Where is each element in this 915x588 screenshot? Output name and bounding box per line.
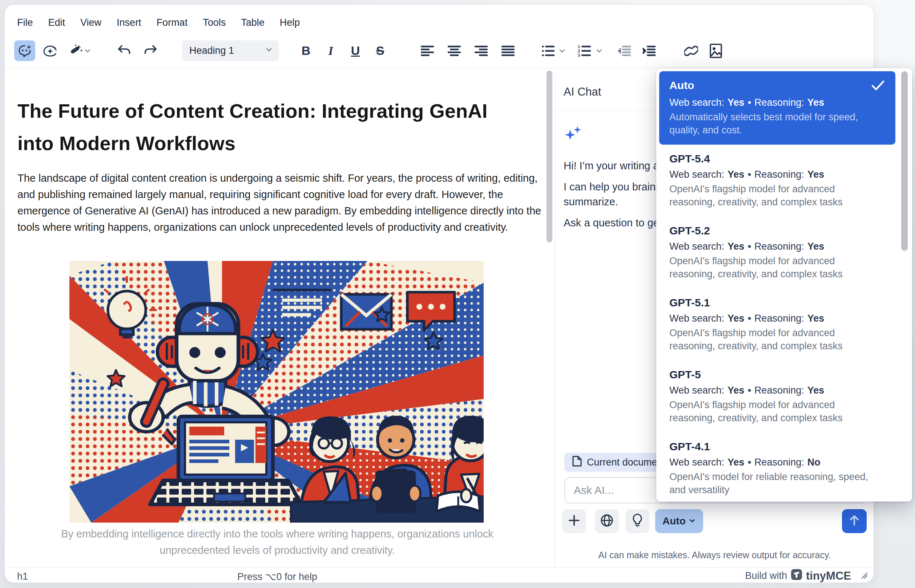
model-option-gpt-5-4[interactable]: GPT-5.4 Web search:Yes•Reasoning:Yes Ope… [659, 145, 896, 216]
outdent-button[interactable] [614, 40, 635, 61]
document-file-icon [572, 456, 582, 469]
svg-text:2: 2 [578, 49, 580, 53]
tinymce-logo-icon [791, 569, 802, 583]
ai-shortcuts-chevron-icon[interactable] [82, 40, 93, 61]
document-illustration[interactable] [69, 261, 484, 523]
italic-icon: I [328, 44, 333, 58]
chevron-down-icon [689, 515, 696, 527]
sparkles-icon [563, 124, 584, 147]
undo-button[interactable] [114, 40, 135, 61]
numbered-list-chevron-icon[interactable] [594, 40, 604, 61]
ai-disclaimer: AI can make mistakes. Always review outp… [555, 550, 874, 561]
model-option-name: GPT-5 [669, 368, 701, 381]
context-chip-label: Current document [587, 457, 665, 468]
image-caption[interactable]: By embedding intelligence directly into … [36, 526, 519, 559]
branding[interactable]: Build with tinyMCE [745, 569, 868, 583]
justify-button[interactable] [497, 40, 518, 61]
format-select[interactable]: Heading 1 [182, 40, 279, 61]
model-option-description: OpenAI's flagship model for advanced rea… [669, 398, 873, 425]
model-option-description: OpenAI's flagship model for advanced rea… [669, 326, 873, 352]
send-button[interactable] [842, 509, 867, 533]
bullet-list-chevron-icon[interactable] [557, 40, 567, 61]
menu-format[interactable]: Format [157, 17, 188, 28]
model-option-gpt-5-1[interactable]: GPT-5.1 Web search:Yes•Reasoning:Yes Ope… [659, 289, 896, 360]
link-button[interactable] [681, 40, 702, 61]
indent-button[interactable] [639, 40, 660, 61]
element-path[interactable]: h1 [17, 571, 28, 582]
menu-table[interactable]: Table [241, 17, 265, 28]
model-selector-label: Auto [662, 515, 686, 527]
menu-insert[interactable]: Insert [117, 17, 141, 28]
model-option-description: OpenAI's flagship model for advanced rea… [669, 183, 873, 208]
italic-button[interactable]: I [320, 40, 341, 61]
brand-prefix: Build with [745, 570, 787, 582]
model-option-gpt-5-2[interactable]: GPT-5.2 Web search:Yes•Reasoning:Yes Ope… [659, 216, 896, 289]
model-option-name: GPT-5.4 [669, 153, 710, 165]
menu-edit[interactable]: Edit [48, 17, 65, 28]
image-button[interactable] [705, 40, 726, 61]
numbered-list-button[interactable]: 123 [574, 40, 595, 61]
model-option-meta: Web search:Yes•Reasoning:Yes [669, 169, 885, 180]
ai-review-button[interactable] [40, 40, 61, 61]
model-option-name: GPT-5.2 [669, 225, 710, 237]
model-option-name: Auto [669, 79, 694, 92]
document-heading[interactable]: The Future of Content Creation: Integrat… [18, 95, 506, 160]
underline-button[interactable]: U [345, 40, 366, 61]
ai-chat-button[interactable] [14, 40, 35, 61]
dropdown-scrollbar[interactable] [901, 71, 908, 251]
arrow-up-icon [848, 514, 860, 528]
panel-divider [555, 68, 555, 567]
model-option-auto[interactable]: Auto Web search:Yes•Reasoning:Yes Automa… [659, 71, 896, 145]
menu-tools[interactable]: Tools [203, 17, 226, 28]
undo-icon [117, 44, 132, 57]
model-dropdown: Auto Web search:Yes•Reasoning:Yes Automa… [656, 68, 912, 501]
underline-icon: U [351, 44, 360, 58]
resize-handle-icon[interactable] [859, 570, 868, 582]
bold-icon: B [302, 44, 311, 58]
align-center-button[interactable] [444, 40, 465, 61]
model-option-gpt-5[interactable]: GPT-5 Web search:Yes•Reasoning:Yes OpenA… [659, 360, 896, 433]
model-option-meta: Web search:Yes•Reasoning:Yes [669, 241, 885, 252]
menu-help[interactable]: Help [280, 17, 300, 28]
model-option-description: Automatically selects best model for spe… [669, 110, 873, 137]
check-icon [871, 79, 885, 93]
numbered-list-icon: 123 [578, 45, 591, 57]
bullet-list-button[interactable] [537, 40, 558, 61]
model-option-description: OpenAI's model for reliable reasoning, s… [669, 470, 873, 496]
svg-text:1: 1 [578, 45, 580, 49]
model-option-name: GPT-4.1 [669, 441, 710, 453]
model-option-gpt-4-1[interactable]: GPT-4.1 Web search:Yes•Reasoning:No Open… [659, 433, 896, 501]
model-selector-button[interactable]: Auto [655, 509, 703, 533]
strikethrough-button[interactable]: S [370, 40, 391, 61]
editor-scrollbar[interactable] [547, 71, 552, 242]
strikethrough-icon: S [376, 44, 384, 58]
redo-icon [143, 44, 158, 57]
align-right-icon [474, 45, 488, 57]
plus-icon [568, 515, 580, 528]
outdent-icon [618, 45, 631, 57]
attach-button[interactable] [562, 509, 586, 533]
menu-view[interactable]: View [80, 17, 102, 28]
svg-text:3: 3 [578, 53, 580, 57]
chevron-down-icon [265, 45, 273, 57]
bold-button[interactable]: B [295, 40, 316, 61]
bullet-list-icon [541, 45, 555, 57]
ai-chat-bubble-icon [18, 44, 32, 58]
indent-icon [642, 45, 655, 57]
suggestions-button[interactable] [625, 509, 649, 533]
web-search-button[interactable] [595, 509, 619, 533]
format-select-value: Heading 1 [189, 45, 234, 57]
menu-file[interactable]: File [17, 17, 33, 28]
model-option-name: GPT-5.1 [669, 297, 710, 309]
align-left-button[interactable] [417, 40, 438, 61]
justify-icon [502, 45, 515, 57]
align-left-icon [421, 45, 434, 57]
align-center-icon [448, 45, 461, 57]
help-shortcut-text: Press ⌥0 for help [150, 571, 405, 583]
model-option-meta: Web search:Yes•Reasoning:Yes [669, 313, 885, 324]
globe-icon [600, 514, 613, 528]
document-paragraph[interactable]: The landscape of digital content creatio… [18, 170, 542, 236]
image-icon [710, 44, 722, 58]
align-right-button[interactable] [471, 40, 492, 61]
redo-button[interactable] [140, 40, 161, 61]
